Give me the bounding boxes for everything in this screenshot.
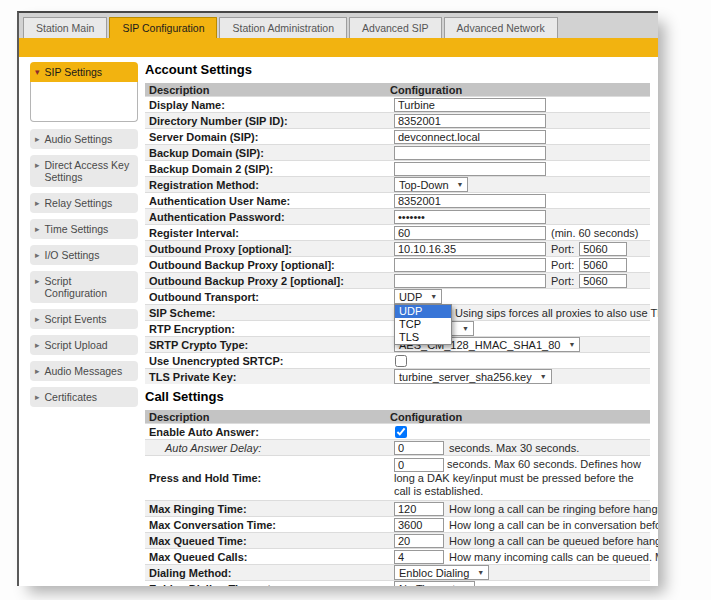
chevron-right-icon: ▸ <box>35 313 40 325</box>
chevron-right-icon: ▸ <box>35 365 40 377</box>
app-window: Station Main SIP Configuration Station A… <box>17 11 658 586</box>
column-header-configuration: Configuration <box>390 84 650 96</box>
sidebar-item-label: Script Configuration <box>45 275 133 299</box>
tab-advanced-sip[interactable]: Advanced SIP <box>349 17 442 38</box>
sidebar-nav: ▾ SIP Settings ▸ Audio Settings ▸ Direct… <box>30 62 138 413</box>
table-row: Outbound Transport: UDP ▼ UDP TCP TLS <box>145 288 650 304</box>
unencrypted-srtcp-checkbox[interactable] <box>395 355 407 367</box>
enable-auto-answer-checkbox[interactable] <box>395 426 407 438</box>
select-arrow-icon: ▼ <box>457 181 464 188</box>
backup-domain-2-input[interactable] <box>394 162 546 176</box>
tls-private-key-select[interactable]: turbine_server_sha256.key ▼ <box>394 369 552 384</box>
directory-number-input[interactable] <box>394 114 546 128</box>
outbound-backup-proxy-2-input[interactable] <box>394 274 546 288</box>
chevron-right-icon: ▸ <box>35 249 40 261</box>
chevron-right-icon: ▸ <box>35 275 40 287</box>
sidebar-item-label: SIP Settings <box>45 66 103 78</box>
tab-station-administration[interactable]: Station Administration <box>219 17 347 38</box>
sidebar-item-label: Direct Access Key Settings <box>45 159 133 183</box>
sidebar-item-relay-settings[interactable]: ▸ Relay Settings <box>30 193 138 213</box>
dialing-method-select[interactable]: Enbloc Dialing ▼ <box>394 565 489 580</box>
sidebar-item-audio-messages[interactable]: ▸ Audio Messages <box>30 361 138 381</box>
select-arrow-icon: ▼ <box>462 325 469 332</box>
table-row: Max Queued Time: How long a call can be … <box>145 532 650 548</box>
table-row: TLS Private Key: turbine_server_sha256.k… <box>145 368 650 384</box>
select-arrow-icon: ▼ <box>430 293 437 300</box>
chevron-right-icon: ▸ <box>35 339 40 351</box>
sidebar-item-script-upload[interactable]: ▸ Script Upload <box>30 335 138 355</box>
select-arrow-icon: ▼ <box>568 341 575 348</box>
port-label: Port: <box>551 275 574 287</box>
auth-password-input[interactable] <box>394 210 546 224</box>
sidebar-item-time-settings[interactable]: ▸ Time Settings <box>30 219 138 239</box>
max-ringing-time-input[interactable] <box>394 502 444 516</box>
backup-domain-input[interactable] <box>394 146 546 160</box>
sidebar-item-audio-settings[interactable]: ▸ Audio Settings <box>30 129 138 149</box>
max-conversation-note: How long a call can be in conversation b… <box>449 519 658 531</box>
auto-answer-delay-input[interactable] <box>394 441 444 455</box>
auth-username-input[interactable] <box>394 194 546 208</box>
sidebar-item-sip-settings[interactable]: ▾ SIP Settings <box>30 62 138 82</box>
outbound-proxy-port-input[interactable] <box>579 242 627 256</box>
enbloc-dialing-timeout-select[interactable]: No Timeout ▼ <box>394 581 475 586</box>
dropdown-option-udp[interactable]: UDP <box>395 305 451 318</box>
call-table-header: Description Configuration <box>145 410 650 423</box>
max-conversation-time-input[interactable] <box>394 518 444 532</box>
max-queued-time-note: How long a call can be queued before han… <box>449 535 658 547</box>
dropdown-option-tcp[interactable]: TCP <box>395 318 451 331</box>
outbound-proxy-input[interactable] <box>394 242 546 256</box>
sidebar-item-certificates[interactable]: ▸ Certificates <box>30 387 138 407</box>
outbound-backup-proxy-input[interactable] <box>394 258 546 272</box>
call-settings-title: Call Settings <box>145 389 650 404</box>
tab-station-main[interactable]: Station Main <box>23 17 107 38</box>
table-row: Directory Number (SIP ID): <box>145 112 650 128</box>
chevron-right-icon: ▸ <box>35 197 40 209</box>
chevron-right-icon: ▸ <box>35 159 40 171</box>
tab-advanced-network[interactable]: Advanced Network <box>444 17 558 38</box>
tab-bar: Station Main SIP Configuration Station A… <box>19 13 658 38</box>
table-row: Press and Hold Time: seconds. Max 60 sec… <box>145 455 650 500</box>
register-interval-input[interactable] <box>394 226 546 240</box>
sidebar-item-label: Audio Settings <box>45 133 113 145</box>
registration-method-select[interactable]: Top-Down ▼ <box>394 177 468 192</box>
tab-sip-configuration[interactable]: SIP Configuration <box>109 17 217 38</box>
sidebar-item-label: Script Upload <box>45 339 108 351</box>
outbound-backup-proxy-2-port-input[interactable] <box>579 274 627 288</box>
column-header-description: Description <box>145 84 390 96</box>
auto-answer-delay-note: seconds. Max 30 seconds. <box>449 442 579 454</box>
register-interval-note: (min. 60 seconds) <box>551 227 638 239</box>
table-row: Authentication Password: <box>145 208 650 224</box>
sidebar-item-label: Script Events <box>45 313 107 325</box>
outbound-backup-proxy-port-input[interactable] <box>579 258 627 272</box>
sidebar-expanded-panel <box>30 82 138 122</box>
max-queued-time-input[interactable] <box>394 534 444 548</box>
sidebar-item-script-events[interactable]: ▸ Script Events <box>30 309 138 329</box>
column-header-description: Description <box>145 411 390 423</box>
chevron-right-icon: ▸ <box>35 223 40 235</box>
max-queued-calls-input[interactable] <box>394 550 444 564</box>
table-row: Enable Auto Answer: <box>145 423 650 439</box>
table-row: Max Ringing Time: How long a call can be… <box>145 500 650 516</box>
table-row: Max Conversation Time: How long a call c… <box>145 516 650 532</box>
sidebar-item-io-settings[interactable]: ▸ I/O Settings <box>30 245 138 265</box>
server-domain-input[interactable] <box>394 130 546 144</box>
max-queued-calls-note: How many incoming calls can be queued. M… <box>449 551 658 563</box>
outbound-transport-select[interactable]: UDP ▼ <box>394 289 442 304</box>
outbound-transport-dropdown-list: UDP TCP TLS <box>394 304 452 345</box>
sip-scheme-note: Using sips forces all proxies to also us… <box>455 307 658 319</box>
chevron-down-icon: ▾ <box>35 66 40 78</box>
account-settings-title: Account Settings <box>145 62 650 77</box>
chevron-right-icon: ▸ <box>35 133 40 145</box>
table-row: Outbound Backup Proxy [optional]: Port: <box>145 256 650 272</box>
sidebar-item-direct-access-key-settings[interactable]: ▸ Direct Access Key Settings <box>30 155 138 187</box>
table-row: Server Domain (SIP): <box>145 128 650 144</box>
select-arrow-icon: ▼ <box>540 373 547 380</box>
press-and-hold-time-input[interactable] <box>394 458 444 472</box>
dropdown-option-tls[interactable]: TLS <box>395 331 451 344</box>
table-row: Outbound Backup Proxy 2 [optional]: Port… <box>145 272 650 288</box>
sidebar-item-label: I/O Settings <box>45 249 100 261</box>
display-name-input[interactable] <box>394 98 546 112</box>
column-header-configuration: Configuration <box>390 411 650 423</box>
select-arrow-icon: ▼ <box>477 569 484 576</box>
sidebar-item-script-configuration[interactable]: ▸ Script Configuration <box>30 271 138 303</box>
